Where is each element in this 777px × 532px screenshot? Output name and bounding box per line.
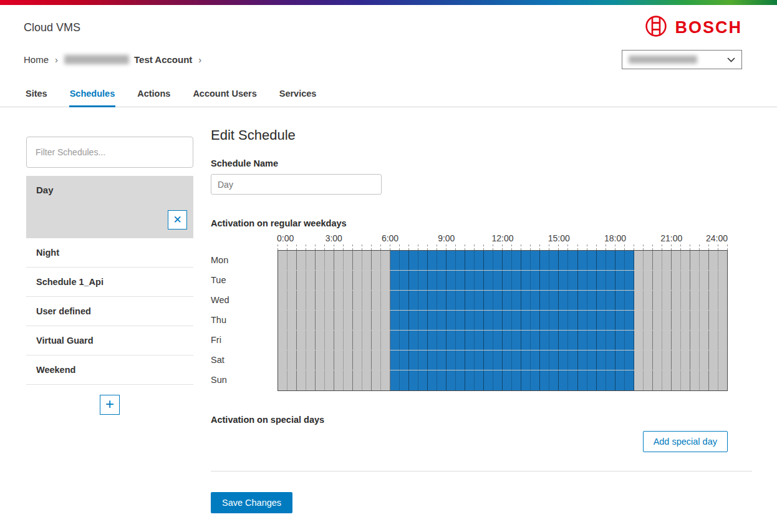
schedule-cell[interactable] <box>456 251 465 270</box>
schedule-cell[interactable] <box>428 351 437 370</box>
schedule-cell[interactable] <box>287 311 297 330</box>
schedule-cell[interactable] <box>287 291 297 310</box>
schedule-cell[interactable] <box>503 351 512 370</box>
schedule-cell[interactable] <box>587 251 597 270</box>
schedule-cell[interactable] <box>446 370 456 390</box>
schedule-cell[interactable] <box>372 331 381 350</box>
schedule-cell[interactable] <box>597 351 606 370</box>
schedule-cell[interactable] <box>549 331 559 350</box>
schedule-cell[interactable] <box>418 370 428 390</box>
schedule-item-virtual-guard[interactable]: Virtual Guard <box>26 326 193 355</box>
schedule-cell[interactable] <box>306 331 316 350</box>
schedule-cell[interactable] <box>597 331 606 350</box>
schedule-cell[interactable] <box>390 370 400 390</box>
schedule-cell[interactable] <box>428 331 437 350</box>
schedule-cell[interactable] <box>362 291 372 310</box>
schedule-cell[interactable] <box>578 370 587 390</box>
schedule-cell[interactable] <box>437 291 446 310</box>
schedule-cell[interactable] <box>568 251 577 270</box>
schedule-cell[interactable] <box>278 370 287 390</box>
schedule-cell[interactable] <box>653 331 662 350</box>
schedule-cell[interactable] <box>512 291 521 310</box>
schedule-cell[interactable] <box>353 251 362 270</box>
schedule-cell[interactable] <box>700 271 709 290</box>
schedule-cell[interactable] <box>353 351 362 370</box>
schedule-cell[interactable] <box>559 251 568 270</box>
schedule-cell[interactable] <box>316 251 325 270</box>
schedule-cell[interactable] <box>287 351 297 370</box>
schedule-cell[interactable] <box>325 271 334 290</box>
schedule-cell[interactable] <box>372 291 381 310</box>
schedule-cell[interactable] <box>400 291 409 310</box>
schedule-cell[interactable] <box>372 351 381 370</box>
schedule-cell[interactable] <box>334 370 344 390</box>
schedule-cell[interactable] <box>475 311 484 330</box>
schedule-cell[interactable] <box>521 251 531 270</box>
schedule-cell[interactable] <box>400 251 409 270</box>
schedule-cell[interactable] <box>493 271 503 290</box>
schedule-cell[interactable] <box>549 291 559 310</box>
schedule-cell[interactable] <box>672 291 681 310</box>
schedule-cell[interactable] <box>540 351 549 370</box>
schedule-cell[interactable] <box>709 251 718 270</box>
schedule-cell[interactable] <box>634 370 644 390</box>
schedule-cell[interactable] <box>559 291 568 310</box>
schedule-cell[interactable] <box>700 251 709 270</box>
schedule-cell[interactable] <box>493 311 503 330</box>
add-schedule-button[interactable]: + <box>100 395 120 415</box>
schedule-cell[interactable] <box>653 291 662 310</box>
schedule-cell[interactable] <box>653 370 662 390</box>
schedule-cell[interactable] <box>493 291 503 310</box>
schedule-cell[interactable] <box>540 251 549 270</box>
schedule-cell[interactable] <box>615 271 625 290</box>
schedule-cell[interactable] <box>709 311 718 330</box>
schedule-cell[interactable] <box>287 251 297 270</box>
schedule-cell[interactable] <box>521 331 531 350</box>
add-special-day-button[interactable]: Add special day <box>643 431 728 452</box>
schedule-cell[interactable] <box>644 351 653 370</box>
schedule-cell[interactable] <box>709 271 718 290</box>
schedule-cell[interactable] <box>587 331 597 350</box>
tab-services[interactable]: Services <box>279 79 317 107</box>
schedule-cell[interactable] <box>700 331 709 350</box>
schedule-cell[interactable] <box>325 351 334 370</box>
schedule-cell[interactable] <box>484 311 493 330</box>
schedule-cell[interactable] <box>503 311 512 330</box>
tab-account-users[interactable]: Account Users <box>192 79 257 107</box>
schedule-cell[interactable] <box>428 311 437 330</box>
schedule-cell[interactable] <box>634 251 644 270</box>
schedule-cell[interactable] <box>484 271 493 290</box>
schedule-cell[interactable] <box>400 311 409 330</box>
schedule-cell[interactable] <box>709 291 718 310</box>
schedule-cell[interactable] <box>428 251 437 270</box>
schedule-cell[interactable] <box>316 370 325 390</box>
schedule-cell[interactable] <box>700 351 709 370</box>
schedule-cell[interactable] <box>362 311 372 330</box>
schedule-cell[interactable] <box>615 351 625 370</box>
schedule-cell[interactable] <box>531 251 540 270</box>
schedule-cell[interactable] <box>540 370 549 390</box>
schedule-cell[interactable] <box>615 331 625 350</box>
schedule-name-input[interactable] <box>211 174 382 195</box>
schedule-cell[interactable] <box>672 370 681 390</box>
schedule-cell[interactable] <box>512 351 521 370</box>
schedule-cell[interactable] <box>362 351 372 370</box>
schedule-cell[interactable] <box>587 271 597 290</box>
schedule-cell[interactable] <box>606 291 615 310</box>
schedule-cell[interactable] <box>344 331 353 350</box>
schedule-cell[interactable] <box>446 291 456 310</box>
schedule-cell[interactable] <box>606 311 615 330</box>
schedule-cell[interactable] <box>418 271 428 290</box>
schedule-cell[interactable] <box>587 351 597 370</box>
schedule-cell[interactable] <box>325 311 334 330</box>
schedule-cell[interactable] <box>390 291 400 310</box>
schedule-cell[interactable] <box>465 370 475 390</box>
schedule-cell[interactable] <box>662 291 672 310</box>
schedule-cell[interactable] <box>531 311 540 330</box>
schedule-cell[interactable] <box>606 271 615 290</box>
schedule-cell[interactable] <box>615 311 625 330</box>
schedule-cell[interactable] <box>475 351 484 370</box>
schedule-cell[interactable] <box>456 291 465 310</box>
schedule-cell[interactable] <box>362 370 372 390</box>
schedule-cell[interactable] <box>428 291 437 310</box>
